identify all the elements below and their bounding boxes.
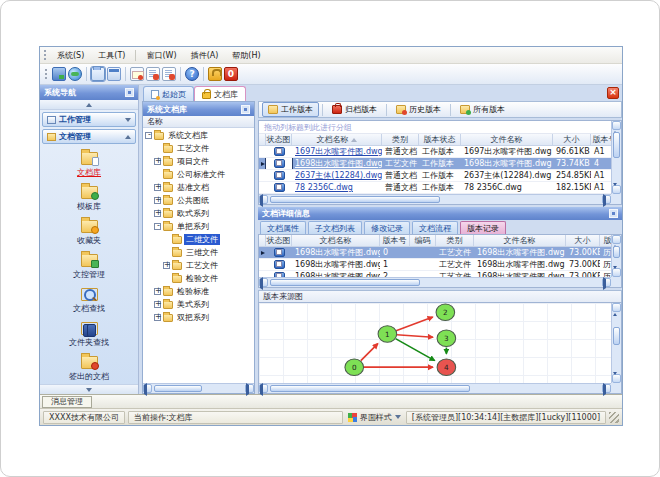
details-tab[interactable]: 文档流程 [412, 221, 458, 234]
table-row[interactable]: 1698出水嘴零件图.dwg 1 工艺文件 1698出水嘴零件图.dwg 73.… [259, 259, 611, 271]
tree-node[interactable]: 系统文档库 [143, 129, 254, 142]
version-filter-button[interactable]: 归档版本 [326, 102, 383, 117]
page-delete-icon[interactable] [162, 67, 176, 81]
column-header[interactable]: 版本状态 [600, 235, 611, 246]
column-header[interactable]: 大小 [566, 235, 600, 246]
sidebar-group-document[interactable]: 文档管理 [42, 129, 136, 144]
resize-grip[interactable] [609, 412, 619, 423]
tree-toggle-icon[interactable] [163, 262, 170, 269]
document-name-link[interactable]: 2637主体(12284).dwg [292, 170, 382, 181]
tree-toggle-icon[interactable] [154, 288, 161, 295]
tree-node[interactable]: 公共图纸 [143, 194, 254, 207]
document-tab[interactable]: 文档库 [194, 86, 246, 101]
sidebar-item[interactable]: 模板库 [40, 182, 138, 216]
scroll-left-icon[interactable] [259, 384, 268, 393]
scrollbar-thumb[interactable] [270, 279, 420, 286]
tree-column-header[interactable]: 名称 [143, 116, 254, 128]
column-header[interactable]: 文档名称 [292, 134, 382, 145]
tree-node[interactable]: 双把系列 [143, 311, 254, 324]
tree-node[interactable]: 检验标准 [143, 285, 254, 298]
column-header[interactable]: 版本状态 [419, 134, 461, 145]
scroll-right-icon[interactable] [602, 195, 611, 204]
globe-icon[interactable] [68, 67, 82, 81]
scrollbar-thumb[interactable] [613, 132, 620, 158]
toolbar-grip[interactable] [44, 50, 46, 60]
graph-horizontal-scrollbar[interactable] [259, 383, 611, 393]
sidebar-item[interactable]: 签出的文档 [40, 352, 138, 384]
document-name-link[interactable]: 78 2356C.dwg [292, 182, 382, 193]
document-name-link[interactable]: 1698出水嘴零件图.dwg [292, 158, 382, 169]
details-tab[interactable]: 修改记录 [364, 221, 410, 234]
scrollbar-thumb[interactable] [270, 196, 440, 203]
details-tab[interactable]: 版本记录 [460, 221, 506, 234]
mail-icon[interactable] [130, 67, 144, 81]
table-row[interactable]: 1697出水嘴零件图.dwg 普通文档 工作版本 1697出水嘴零件图.dwg … [259, 146, 611, 158]
scroll-up-icon[interactable] [612, 121, 621, 130]
pin-icon[interactable] [609, 209, 618, 218]
tree-toggle-icon[interactable] [154, 158, 161, 165]
table-horizontal-scrollbar[interactable] [259, 277, 611, 287]
tree-node[interactable]: 欧式系列 [143, 207, 254, 220]
column-header[interactable]: 状态图 [266, 134, 292, 145]
close-icon[interactable] [607, 87, 619, 99]
tree-toggle-icon[interactable] [145, 132, 152, 139]
column-header[interactable]: 状态图 [266, 235, 292, 246]
scroll-right-icon[interactable] [245, 384, 254, 393]
scroll-up-icon[interactable] [612, 235, 621, 244]
version-filter-button[interactable]: 历史版本 [390, 102, 447, 117]
toolbar-grip[interactable] [45, 69, 47, 79]
details-tab[interactable]: 子文档列表 [308, 221, 362, 234]
scroll-left-icon[interactable] [259, 195, 268, 204]
column-header[interactable]: 类别 [436, 235, 474, 246]
sidebar-bottom-strip[interactable] [40, 384, 138, 394]
column-header[interactable] [259, 134, 266, 145]
help-icon[interactable] [185, 67, 199, 81]
tree-toggle-icon[interactable] [154, 314, 161, 321]
tree-toggle-icon[interactable] [154, 197, 161, 204]
scroll-down-icon[interactable] [612, 268, 621, 277]
table-row[interactable]: 2637主体(12284).dwg 普通文档 工作版本 2637主体(12284… [259, 170, 611, 182]
folder-icon[interactable] [91, 67, 105, 81]
tree-node[interactable]: 美式系列 [143, 298, 254, 311]
sidebar-item[interactable]: 文档查找 [40, 284, 138, 318]
tree-toggle-icon[interactable] [154, 184, 161, 191]
tree-node[interactable]: 工艺文件 [143, 142, 254, 155]
tree-toggle-icon[interactable] [154, 301, 161, 308]
scroll-down-icon[interactable] [612, 374, 621, 383]
tree-node[interactable]: 公司标准文件 [143, 168, 254, 181]
sidebar-group-work[interactable]: 工作管理 [42, 112, 136, 127]
column-header[interactable]: 版本号 [591, 134, 611, 145]
interface-style-dropdown[interactable]: 界面样式 [346, 412, 403, 423]
sidebar-collapse-strip[interactable] [40, 100, 138, 110]
menu-item[interactable]: 系统(S) [50, 48, 91, 63]
tree-toggle-icon[interactable] [154, 210, 161, 217]
tree-node[interactable]: 检验文件 [143, 272, 254, 285]
menu-item[interactable]: 工具(T) [91, 48, 132, 63]
tree-node[interactable]: 三维文件 [143, 246, 254, 259]
menu-item[interactable]: 窗口(W) [139, 48, 183, 63]
column-header[interactable] [259, 235, 266, 246]
exit-icon[interactable] [224, 67, 238, 81]
sidebar-item[interactable]: 收藏夹 [40, 216, 138, 250]
table-vertical-scrollbar[interactable] [611, 121, 621, 194]
column-header[interactable]: 编码 [410, 235, 436, 246]
table-row[interactable]: 1698出水嘴零件图.dwg 工艺文件 工作版本 1698出水嘴零件图.dwg … [259, 158, 611, 170]
scroll-up-icon[interactable] [612, 303, 621, 312]
table-row[interactable]: 78 2356C.dwg 普通文档 工作版本 78 2356C.dwg 182.… [259, 182, 611, 194]
tree-toggle-icon[interactable] [154, 223, 161, 230]
version-filter-button[interactable]: 所有版本 [454, 102, 511, 117]
tree-node[interactable]: 工艺文件 [143, 259, 254, 272]
graph-vertical-scrollbar[interactable] [611, 303, 621, 383]
column-header[interactable]: 类别 [382, 134, 419, 145]
scroll-right-icon[interactable] [602, 384, 611, 393]
column-header[interactable]: 文件名称 [461, 134, 553, 145]
scrollbar-thumb[interactable] [613, 246, 620, 258]
menu-item[interactable]: 插件(A) [184, 48, 226, 63]
sidebar-item[interactable]: 文控管理 [40, 250, 138, 284]
document-name-link[interactable]: 1697出水嘴零件图.dwg [292, 146, 382, 157]
column-header[interactable]: 文件名称 [474, 235, 566, 246]
table-horizontal-scrollbar[interactable] [259, 194, 611, 204]
scroll-right-icon[interactable] [602, 278, 611, 287]
tree-node[interactable]: 二维文件 [143, 233, 254, 246]
scroll-left-icon[interactable] [259, 278, 268, 287]
